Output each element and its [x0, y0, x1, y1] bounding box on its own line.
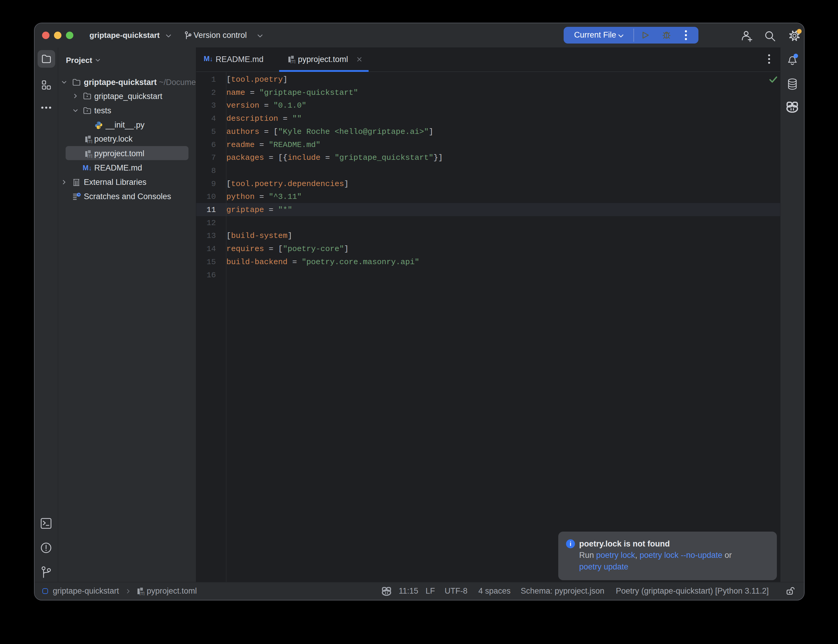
svg-text:[T]: [T]	[140, 591, 145, 595]
svg-text:[T]: [T]	[87, 139, 92, 143]
svg-text:[T]: [T]	[87, 154, 92, 158]
